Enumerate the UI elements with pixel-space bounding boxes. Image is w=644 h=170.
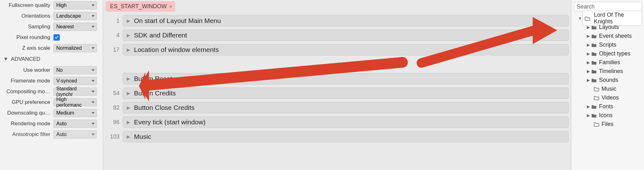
prop-sampling: Sampling Nearest xyxy=(0,21,103,32)
event-group-bar[interactable]: ▶Every tick (start window) xyxy=(123,116,569,128)
chevron-right-icon: ▶ xyxy=(586,25,591,30)
event-sheet-area: ES_START_WINDOW × 1▶On start of Layout M… xyxy=(103,0,571,170)
event-row[interactable]: ▶Button Reset xyxy=(106,73,569,84)
tree-item[interactable]: ▶Timelines xyxy=(573,67,642,76)
project-root-row[interactable]: ▼ Lord Of The Knights xyxy=(573,14,642,23)
line-number: 103 xyxy=(106,133,123,140)
event-title: Button Credits xyxy=(134,89,176,97)
line-number: 4 xyxy=(106,32,123,39)
tree-item-label: Files xyxy=(602,121,613,128)
event-title: Button Close Credits xyxy=(134,104,195,111)
compositing-mode-select[interactable]: Standard (synchr xyxy=(53,88,97,96)
chevron-right-icon: ▶ xyxy=(127,105,130,110)
search-placeholder: Search xyxy=(577,3,595,10)
event-row[interactable]: 4▶SDK and Different xyxy=(106,30,569,41)
anisotropic-filter-select[interactable]: Auto xyxy=(53,130,97,139)
tree-item[interactable]: ▶Fonts xyxy=(573,102,642,111)
tree-item[interactable]: ▶Scripts xyxy=(573,40,642,49)
prop-orientations: Orientations Landscape xyxy=(0,11,103,21)
tree-item[interactable]: ▶Event sheets xyxy=(573,31,642,40)
event-group-bar[interactable]: ▶Location of window elements xyxy=(123,44,569,55)
z-axis-scale-select[interactable]: Normalized xyxy=(53,44,97,52)
line-number: 17 xyxy=(106,47,123,53)
folder-icon xyxy=(591,112,597,118)
folder-icon xyxy=(591,60,597,65)
prop-anisotropic-filter: Anisotropic filter Auto xyxy=(0,129,103,140)
tree-item[interactable]: ▶Icons xyxy=(573,111,642,120)
pixel-rounding-checkbox[interactable] xyxy=(53,34,60,41)
prop-compositing-mode: Compositing mo… Standard (synchr xyxy=(0,86,103,97)
folder-icon xyxy=(591,33,597,39)
tree-item-label: Videos xyxy=(602,94,619,101)
event-row[interactable]: 54▶Button Credits xyxy=(106,88,569,99)
events-list: 1▶On start of Layout Main Menu4▶SDK and … xyxy=(103,13,571,142)
use-worker-select[interactable]: No xyxy=(53,66,97,74)
orientations-select[interactable]: Landscape xyxy=(53,12,97,20)
tree-item-label: Icons xyxy=(599,112,613,119)
chevron-right-icon: ▶ xyxy=(127,18,130,23)
tree-item-label: Music xyxy=(602,86,616,92)
properties-panel: Fullscreen quality High Orientations Lan… xyxy=(0,0,103,170)
prop-z-axis-scale: Z axis scale Normalized xyxy=(0,43,103,54)
event-title: On start of Layout Main Menu xyxy=(134,17,221,25)
tree-item-label: Sounds xyxy=(599,77,618,83)
event-group-bar[interactable]: ▶Music xyxy=(123,131,569,142)
prop-use-worker: Use worker No xyxy=(0,65,103,76)
chevron-right-icon: ▶ xyxy=(586,113,591,118)
folder-icon xyxy=(591,42,597,48)
chevron-right-icon: ▶ xyxy=(127,47,130,52)
tree-item[interactable]: ▶Sounds xyxy=(573,76,642,84)
event-group-bar[interactable]: ▶Button Close Credits xyxy=(123,102,569,113)
search-input[interactable]: Search xyxy=(574,2,641,11)
event-group-bar[interactable]: ▶On start of Layout Main Menu xyxy=(123,15,569,26)
event-title: Every tick (start window) xyxy=(134,118,206,126)
event-group-bar[interactable]: ▶SDK and Different xyxy=(123,30,569,41)
folder-icon xyxy=(591,77,597,83)
event-row[interactable]: 82▶Button Close Credits xyxy=(106,102,569,113)
folder-icon xyxy=(591,24,597,30)
tab-es-start-window[interactable]: ES_START_WINDOW × xyxy=(106,1,175,12)
event-group-bar[interactable]: ▶Button Reset xyxy=(123,73,569,84)
advanced-section-header[interactable]: ▼ ADVANCED xyxy=(0,54,103,65)
project-name: Lord Of The Knights xyxy=(594,12,640,25)
prop-fullscreen-quality: Fullscreen quality High xyxy=(0,0,103,11)
event-title: Music xyxy=(134,133,151,140)
gpu-preference-select[interactable]: High performanc xyxy=(53,98,97,106)
line-number: 82 xyxy=(106,105,123,111)
close-icon[interactable]: × xyxy=(169,4,172,9)
chevron-right-icon: ▶ xyxy=(586,34,591,38)
folder-icon xyxy=(593,95,600,100)
tree-item-label: Fonts xyxy=(599,103,613,110)
framerate-mode-select[interactable]: V-synced xyxy=(53,77,97,85)
tree-item[interactable]: Files xyxy=(573,120,642,128)
tab-label: ES_START_WINDOW xyxy=(110,3,167,10)
event-row[interactable]: 1▶On start of Layout Main Menu xyxy=(106,15,569,26)
tree-item[interactable]: Music xyxy=(573,84,642,93)
tree-item[interactable]: Videos xyxy=(573,93,642,102)
event-row[interactable]: 17▶Location of window elements xyxy=(106,44,569,55)
sampling-select[interactable]: Nearest xyxy=(53,23,97,31)
line-number: 1 xyxy=(106,18,123,24)
chevron-right-icon: ▶ xyxy=(127,91,130,96)
rendering-mode-select[interactable]: Auto xyxy=(53,120,97,128)
event-row[interactable]: 96▶Every tick (start window) xyxy=(106,116,569,128)
downscaling-quality-select[interactable]: Medium xyxy=(53,109,97,117)
chevron-right-icon: ▶ xyxy=(127,33,130,38)
tree-item[interactable]: ▶Families xyxy=(573,58,642,67)
project-tree: ▼ Lord Of The Knights ▶Layouts▶Event she… xyxy=(571,13,644,130)
prop-rendering-mode: Rendering mode Auto xyxy=(0,118,103,129)
tree-item[interactable]: ▶Object types xyxy=(573,49,642,58)
chevron-right-icon: ▶ xyxy=(127,76,130,81)
line-number: 96 xyxy=(106,119,123,126)
tree-item-label: Timelines xyxy=(599,68,623,75)
fullscreen-quality-select[interactable]: High xyxy=(53,1,97,9)
event-row[interactable]: 103▶Music xyxy=(106,131,569,142)
tree-item-label: Event sheets xyxy=(599,33,632,39)
event-group-bar[interactable]: ▶Button Credits xyxy=(123,88,569,99)
chevron-right-icon: ▶ xyxy=(127,134,130,139)
line-number: 54 xyxy=(106,90,123,97)
chevron-right-icon: ▶ xyxy=(586,60,591,65)
prop-pixel-rounding: Pixel rounding xyxy=(0,32,103,43)
chevron-right-icon: ▶ xyxy=(586,42,591,47)
event-row[interactable]: ▶ xyxy=(106,59,569,70)
